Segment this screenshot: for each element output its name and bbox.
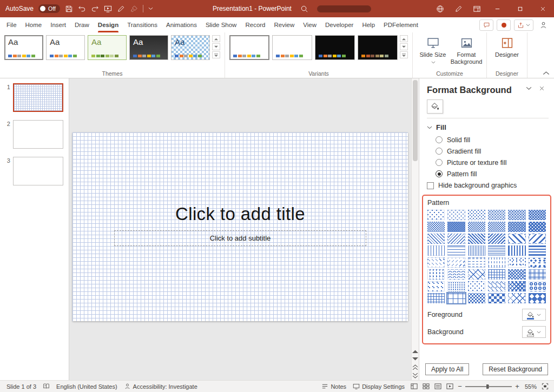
brush-icon[interactable]: [130, 5, 138, 13]
vertical-scrollbar[interactable]: [411, 78, 419, 380]
tab-view[interactable]: View: [299, 17, 321, 32]
slide-editing-surface[interactable]: Click to add title Click to add subtitle: [72, 132, 408, 321]
slide-thumbnail-3[interactable]: [13, 157, 63, 185]
redo-icon[interactable]: [91, 5, 99, 13]
pattern-outlined-diamond[interactable]: [508, 293, 525, 303]
pattern-dotted-diamond[interactable]: [468, 281, 485, 291]
apply-to-all-button[interactable]: Apply to All: [425, 363, 469, 375]
pattern-trellis[interactable]: [508, 281, 525, 291]
zoom-slider[interactable]: [465, 383, 512, 390]
pattern-light-upward-diagonal[interactable]: [447, 234, 465, 244]
search-box[interactable]: [317, 5, 371, 12]
theme-thumbnail-3[interactable]: Aa: [88, 35, 127, 60]
slide-thumbnail-2[interactable]: [13, 120, 63, 149]
language-indicator[interactable]: English (United States): [53, 383, 121, 390]
maximize-button[interactable]: [509, 0, 531, 17]
pane-close-icon[interactable]: [539, 85, 549, 95]
tab-pdfelement[interactable]: PDFelement: [379, 17, 423, 32]
pattern-sphere[interactable]: [529, 281, 546, 291]
variants-more-button[interactable]: [400, 51, 408, 58]
slide-number-indicator[interactable]: Slide 1 of 3: [3, 383, 39, 390]
pattern-dark-upward-diagonal[interactable]: [488, 234, 505, 244]
pattern-small-checker-board[interactable]: [468, 293, 485, 303]
pattern-dark-vertical[interactable]: [508, 245, 525, 256]
fill-section-header[interactable]: Fill: [427, 123, 554, 132]
next-slide-button[interactable]: [412, 373, 418, 378]
pattern-zig-zag[interactable]: [427, 269, 445, 280]
pattern-wide-upward-diagonal[interactable]: [529, 234, 546, 244]
zoom-percentage[interactable]: 55%: [522, 383, 539, 390]
tab-review[interactable]: Review: [270, 17, 299, 32]
globe-icon[interactable]: [431, 0, 449, 17]
tab-slide-show[interactable]: Slide Show: [201, 17, 241, 32]
pattern-narrow-horizontal[interactable]: [488, 245, 505, 256]
designer-button[interactable]: Designer: [491, 35, 523, 58]
pattern-light-downward-diagonal[interactable]: [427, 234, 445, 244]
background-color-button[interactable]: [522, 326, 546, 338]
pattern-light-vertical[interactable]: [427, 245, 445, 256]
pattern-90[interactable]: [529, 222, 546, 232]
pattern-weave[interactable]: [508, 269, 525, 280]
pattern-dotted-grid[interactable]: [447, 281, 465, 291]
tab-home[interactable]: Home: [21, 17, 47, 32]
slide-thumbnail-1[interactable]: [13, 83, 63, 112]
tab-help[interactable]: Help: [358, 17, 379, 32]
slide-size-button[interactable]: Slide Size: [417, 35, 449, 65]
pattern-dashed-vertical[interactable]: [488, 257, 505, 268]
zoom-thumb[interactable]: [486, 384, 489, 389]
slide-title-placeholder[interactable]: Click to add title: [72, 204, 408, 224]
format-background-button[interactable]: Format Background: [451, 35, 482, 65]
tab-record[interactable]: Record: [241, 17, 269, 32]
fill-option-picture-or-texture-fill[interactable]: Picture or texture fill: [436, 159, 554, 166]
ribbon-display-icon[interactable]: [467, 0, 486, 17]
hide-background-graphics-checkbox[interactable]: Hide background graphics: [427, 182, 554, 189]
foreground-color-button[interactable]: [522, 309, 546, 321]
tab-draw[interactable]: Draw: [70, 17, 94, 32]
save-icon[interactable]: [65, 5, 73, 13]
pattern-shingle[interactable]: [488, 281, 505, 291]
tab-transitions[interactable]: Transitions: [123, 17, 162, 32]
pattern-dashed-downward-diagonal[interactable]: [427, 257, 445, 268]
pattern-60[interactable]: [447, 222, 465, 232]
pattern-light-horizontal[interactable]: [447, 245, 465, 256]
pattern-horizontal-brick[interactable]: [488, 269, 505, 280]
display-settings-button[interactable]: Display Settings: [349, 383, 408, 390]
search-icon[interactable]: [300, 5, 308, 13]
tab-insert[interactable]: Insert: [46, 17, 70, 32]
pattern-large-grid[interactable]: [447, 293, 465, 303]
tab-animations[interactable]: Animations: [162, 17, 201, 32]
fill-option-solid-fill[interactable]: Solid fill: [436, 136, 554, 143]
pattern-dashed-upward-diagonal[interactable]: [447, 257, 465, 268]
fill-option-gradient-fill[interactable]: Gradient fill: [436, 148, 554, 155]
themes-more-button[interactable]: [212, 51, 220, 58]
variants-scroll-up-button[interactable]: [400, 35, 408, 42]
pattern-dark-downward-diagonal[interactable]: [468, 234, 485, 244]
pattern-small-grid[interactable]: [427, 293, 445, 303]
tab-design[interactable]: Design: [94, 17, 123, 32]
variants-scroll-down-button[interactable]: [400, 43, 408, 50]
slideshow-view-button[interactable]: [444, 381, 456, 392]
pattern-divot[interactable]: [427, 281, 445, 291]
tab-developer[interactable]: Developer: [321, 17, 358, 32]
start-slideshow-icon[interactable]: [104, 5, 112, 13]
pattern-25[interactable]: [488, 210, 505, 220]
tab-file[interactable]: File: [2, 17, 21, 32]
reset-background-button[interactable]: Reset Background: [483, 363, 548, 375]
pattern-wave[interactable]: [447, 269, 465, 280]
record-button[interactable]: [497, 19, 511, 31]
slide-sorter-view-button[interactable]: [420, 381, 432, 392]
pattern-plaid[interactable]: [529, 269, 546, 280]
accessibility-checker[interactable]: Accessibility: Investigate: [121, 383, 201, 390]
themes-scroll-up-button[interactable]: [212, 35, 220, 42]
pattern-wide-downward-diagonal[interactable]: [508, 234, 525, 244]
minimize-button[interactable]: [486, 0, 509, 17]
variant-thumbnail-2[interactable]: [272, 35, 312, 60]
pattern-80[interactable]: [508, 222, 525, 232]
theme-thumbnail-2[interactable]: Aa: [46, 35, 85, 60]
variant-thumbnail-1[interactable]: [229, 35, 269, 60]
themes-scroll-down-button[interactable]: [212, 43, 220, 50]
slide-subtitle-placeholder[interactable]: Click to add subtitle: [114, 230, 366, 246]
pattern-10[interactable]: [447, 210, 465, 220]
share-button[interactable]: [514, 19, 533, 31]
pattern-dark-horizontal[interactable]: [529, 245, 546, 256]
